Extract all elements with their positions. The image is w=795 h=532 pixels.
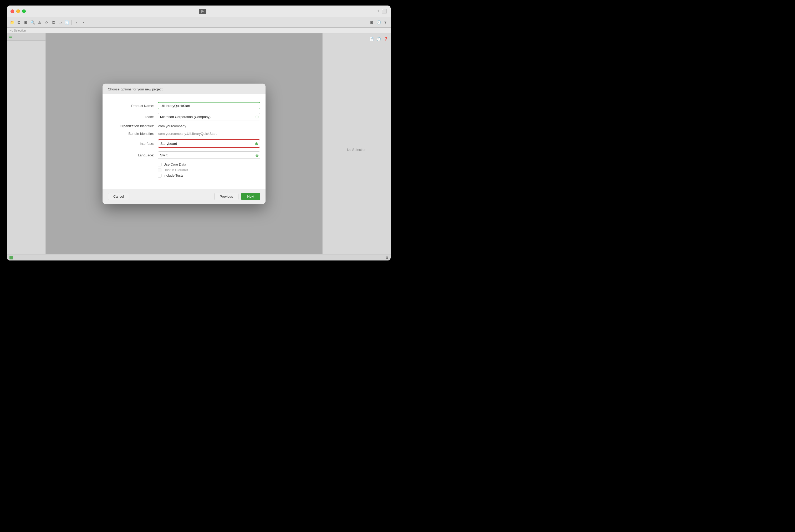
team-label: Team: (108, 115, 158, 119)
folder-icon[interactable]: 📁 (10, 20, 15, 25)
inspector-icon[interactable]: ⊟ (369, 20, 374, 25)
run-icon (201, 10, 204, 13)
bundle-identifier-value: com.yourcompany.UILibraryQuickStart (158, 132, 260, 136)
modal-overlay: Choose options for your new project: Pro… (46, 33, 322, 254)
center-content: Choose options for your new project: Pro… (46, 33, 322, 254)
interface-row: Interface: Storyboard SwiftUI ⊕ (108, 139, 260, 148)
right-sidebar: 📄 🕐 ❓ No Selection (322, 33, 391, 254)
file-inspector-icon[interactable]: 📄 (370, 37, 374, 41)
org-identifier-row: Organization Identifier: com.yourcompany (108, 124, 260, 128)
back-icon[interactable]: ‹ (74, 20, 79, 25)
no-selection-bar: No Selection (7, 27, 391, 33)
no-selection-right-text: No Selection (347, 148, 366, 152)
org-identifier-label: Organization Identifier: (108, 124, 158, 128)
host-in-cloudkit-checkbox (158, 168, 162, 172)
include-tests-checkbox[interactable] (158, 174, 162, 177)
forward-icon[interactable]: › (81, 20, 86, 25)
search-icon[interactable]: 🔍 (30, 20, 35, 25)
product-name-label: Product Name: (108, 104, 158, 108)
cancel-button[interactable]: Cancel (108, 193, 129, 200)
product-name-row: Product Name: (108, 102, 260, 109)
mac-window: + ⬜ 📁 ⊠ ⊞ 🔍 ⚠ ◇ ⛓ ▭ 📄 ‹ › ⊟ 🕐 ? No Selec… (7, 5, 391, 261)
bundle-identifier-label: Bundle Identifier: (108, 132, 158, 136)
bottom-indicator (10, 256, 13, 260)
modal-footer: Cancel Previous Next (102, 189, 266, 204)
use-core-data-row: Use Core Data (158, 163, 260, 166)
team-select-wrapper: Microsoft Corporation (Company) ⊕ (158, 113, 260, 120)
bottom-bar: ⊟ (7, 254, 391, 261)
add-button[interactable]: + (377, 8, 380, 14)
host-in-cloudkit-row: Host in CloudKit (158, 168, 260, 172)
use-core-data-label[interactable]: Use Core Data (164, 163, 186, 166)
toolbar-divider (72, 20, 72, 25)
clock-icon[interactable]: 🕐 (376, 20, 381, 25)
traffic-lights (11, 10, 26, 13)
interface-label: Interface: (108, 142, 158, 146)
language-select[interactable]: Swift Objective-C (158, 151, 260, 159)
product-name-input[interactable] (158, 102, 260, 109)
bottom-right-icon[interactable]: ⊟ (385, 256, 388, 260)
file-icon[interactable]: 📄 (64, 20, 70, 25)
rect-icon[interactable]: ▭ (57, 20, 62, 25)
org-identifier-value: com.yourcompany (158, 124, 260, 128)
bottom-indicator (9, 37, 12, 38)
grid-icon[interactable]: ⊞ (23, 20, 29, 25)
link-icon[interactable]: ⛓ (51, 20, 56, 25)
bundle-identifier-row: Bundle Identifier: com.yourcompany.UILib… (108, 132, 260, 136)
right-sidebar-no-selection: No Selection (323, 45, 391, 254)
modal-body: Product Name: Team: Microsoft Corporatio… (102, 94, 266, 189)
warning-icon[interactable]: ⚠ (37, 20, 42, 25)
minimize-button[interactable] (16, 10, 20, 13)
no-selection-text: No Selection (10, 29, 26, 32)
close-tab-icon[interactable]: ⊠ (16, 20, 22, 25)
title-bar: + ⬜ (7, 5, 391, 17)
interface-select-wrapper: Storyboard SwiftUI ⊕ (158, 139, 260, 148)
host-in-cloudkit-label: Host in CloudKit (164, 168, 188, 172)
maximize-button[interactable] (22, 10, 26, 13)
left-sidebar (7, 33, 46, 254)
team-select[interactable]: Microsoft Corporation (Company) (158, 113, 260, 120)
run-button[interactable] (199, 9, 206, 14)
interface-select[interactable]: Storyboard SwiftUI (158, 140, 260, 147)
language-select-wrapper: Swift Objective-C ⊕ (158, 151, 260, 159)
toolbar: 📁 ⊠ ⊞ 🔍 ⚠ ◇ ⛓ ▭ 📄 ‹ › ⊟ 🕐 ? (7, 17, 391, 27)
right-sidebar-top: 📄 🕐 ❓ (323, 33, 391, 45)
include-tests-label[interactable]: Include Tests (164, 173, 184, 177)
close-button[interactable] (11, 10, 14, 13)
language-label: Language: (108, 153, 158, 157)
use-core-data-checkbox[interactable] (158, 163, 162, 166)
language-row: Language: Swift Objective-C ⊕ (108, 151, 260, 159)
diamond-icon[interactable]: ◇ (44, 20, 49, 25)
split-view-button[interactable]: ⬜ (382, 9, 387, 14)
help-inspector-icon[interactable]: ❓ (383, 37, 388, 41)
include-tests-row: Include Tests (158, 173, 260, 177)
next-button[interactable]: Next (241, 193, 260, 200)
modal-title: Choose options for your new project: (108, 87, 164, 91)
help-icon[interactable]: ? (383, 20, 388, 25)
modal-title-bar: Choose options for your new project: (102, 83, 266, 94)
history-icon[interactable]: 🕐 (377, 37, 381, 41)
previous-button[interactable]: Previous (214, 193, 239, 200)
new-project-modal: Choose options for your new project: Pro… (102, 83, 266, 204)
main-area: Choose options for your new project: Pro… (7, 33, 391, 254)
team-row: Team: Microsoft Corporation (Company) ⊕ (108, 113, 260, 120)
